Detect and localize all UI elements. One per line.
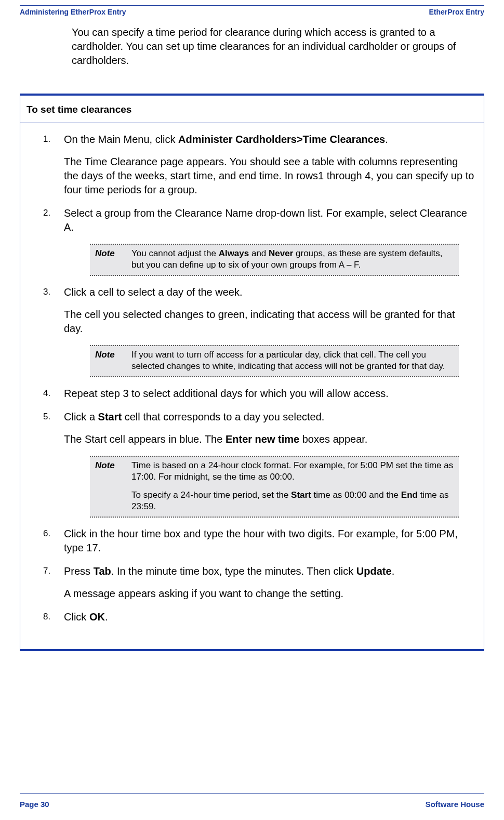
- step-6: Click in the hour time box and type the …: [64, 527, 474, 555]
- step-1-bold: Administer Cardholders>Time Clearances: [178, 134, 385, 145]
- step-8: Click OK.: [64, 610, 474, 624]
- step-5-bold: Start: [98, 411, 122, 422]
- procedure-box: To set time clearances On the Main Menu,…: [20, 94, 484, 651]
- page-footer: Page 30 Software House: [20, 800, 484, 809]
- page-header: Administering EtherProx Entry EtherProx …: [20, 8, 484, 16]
- procedure-body: On the Main Menu, click Administer Cardh…: [20, 123, 484, 649]
- note5-extra-b1: Start: [291, 490, 311, 500]
- step-7-pre: Press: [64, 565, 94, 577]
- step-5-pre: Click a: [64, 411, 98, 422]
- note2-b2: Never: [269, 248, 293, 258]
- step-7-b1: Tab: [94, 565, 111, 577]
- step-8-b1: OK: [89, 611, 105, 623]
- note5-extra: To specify a 24-hour time period, set th…: [131, 490, 454, 512]
- step-5-note-text: Time is based on a 24-hour clock format.…: [131, 460, 454, 512]
- step-5-post: cell that corresponds to a day you selec…: [122, 411, 324, 422]
- step-3-note-text: If you want to turn off access for a par…: [131, 349, 454, 372]
- step-3-para: The cell you selected changes to green, …: [64, 308, 474, 336]
- note-label: Note: [95, 248, 131, 271]
- note2-mid: and: [249, 248, 269, 258]
- step-5-para-post: boxes appear.: [299, 433, 367, 445]
- step-5-note: Note Time is based on a 24-hour clock fo…: [90, 456, 459, 517]
- steps-list: On the Main Menu, click Administer Cardh…: [30, 133, 474, 624]
- step-1-para: The Time Clearance page appears. You sho…: [64, 155, 474, 197]
- step-5-para-bold: Enter new time: [226, 433, 299, 445]
- step-1-text-pre: On the Main Menu, click: [64, 134, 178, 145]
- header-left: Administering EtherProx Entry: [20, 8, 126, 16]
- footer-rule: [20, 793, 484, 794]
- footer-right: Software House: [426, 800, 484, 809]
- step-4-text: Repeat step 3 to select additional days …: [64, 388, 389, 399]
- note2-pre: You cannot adjust the: [131, 248, 219, 258]
- note5-main: Time is based on a 24-hour clock format.…: [131, 460, 453, 482]
- step-7-post: .: [392, 565, 395, 577]
- step-7-para: A message appears asking if you want to …: [64, 587, 474, 601]
- step-1: On the Main Menu, click Administer Cardh…: [64, 133, 474, 197]
- step-5-para-pre: The Start cell appears in blue. The: [64, 433, 226, 445]
- step-2-note: Note You cannot adjust the Always and Ne…: [90, 244, 459, 276]
- note-label: Note: [95, 460, 131, 512]
- intro-paragraph: You can specify a time period for cleara…: [72, 25, 484, 68]
- note5-extra-mid: time as 00:00 and the: [311, 490, 401, 500]
- step-2-text: Select a group from the Clearance Name d…: [64, 207, 467, 233]
- step-2-note-text: You cannot adjust the Always and Never g…: [131, 248, 454, 271]
- procedure-title: To set time clearances: [20, 96, 484, 123]
- step-4: Repeat step 3 to select additional days …: [64, 387, 474, 401]
- step-6-text: Click in the hour time box and type the …: [64, 528, 458, 553]
- step-8-pre: Click: [64, 611, 89, 623]
- note-label: Note: [95, 349, 131, 372]
- top-rule: [20, 5, 484, 6]
- step-7: Press Tab. In the minute time box, type …: [64, 564, 474, 601]
- step-5-para: The Start cell appears in blue. The Ente…: [64, 432, 474, 446]
- step-5: Click a Start cell that corresponds to a…: [64, 410, 474, 517]
- step-1-text-post: .: [385, 134, 388, 145]
- note2-b1: Always: [219, 248, 249, 258]
- step-7-b2: Update: [356, 565, 392, 577]
- note5-extra-b2: End: [401, 490, 418, 500]
- header-right: EtherProx Entry: [429, 8, 484, 16]
- step-2: Select a group from the Clearance Name d…: [64, 206, 474, 276]
- step-7-mid: . In the minute time box, type the minut…: [111, 565, 356, 577]
- footer-left: Page 30: [20, 800, 49, 809]
- step-3-note: Note If you want to turn off access for …: [90, 345, 459, 377]
- step-3: Click a cell to select a day of the week…: [64, 285, 474, 377]
- step-3-text: Click a cell to select a day of the week…: [64, 286, 243, 298]
- step-8-post: .: [105, 611, 108, 623]
- note5-extra-pre: To specify a 24-hour time period, set th…: [131, 490, 291, 500]
